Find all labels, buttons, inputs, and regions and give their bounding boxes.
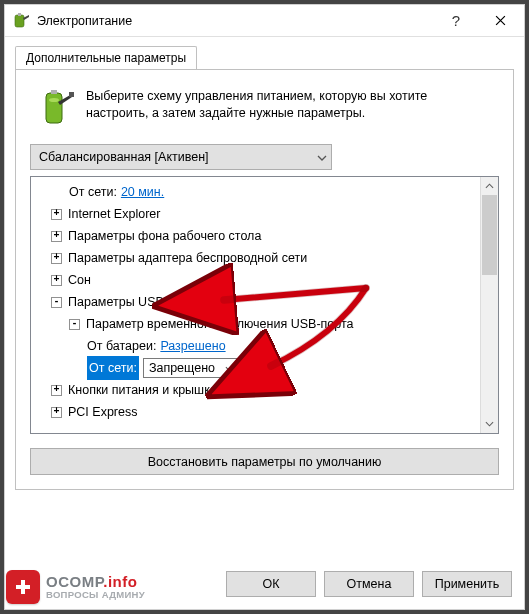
node-label: Параметры адаптера беспроводной сети: [68, 247, 307, 269]
button-label: ОК: [262, 577, 279, 591]
node-internet-explorer[interactable]: + Internet Explorer: [39, 203, 478, 225]
tab-label: Дополнительные параметры: [26, 51, 186, 65]
app-icon: [13, 12, 31, 30]
window-title: Электропитание: [37, 14, 434, 28]
scroll-up-button[interactable]: [481, 177, 498, 195]
settings-tree: От сети: 20 мин. + Internet Explorer + П…: [30, 176, 499, 434]
ok-button[interactable]: ОК: [226, 571, 316, 597]
titlebar: Электропитание ?: [5, 5, 524, 37]
wm-domain: .info: [103, 573, 137, 590]
node-usb-settings[interactable]: - Параметры USB: [39, 291, 478, 313]
tab-panel: Выберите схему управления питанием, кото…: [15, 69, 514, 490]
svg-rect-0: [15, 15, 24, 27]
expand-icon[interactable]: +: [51, 209, 62, 220]
power-options-dialog: Электропитание ? Дополнительные параметр…: [4, 4, 525, 610]
setting-label: От сети:: [69, 181, 117, 203]
button-label: Отмена: [347, 577, 392, 591]
restore-defaults-button[interactable]: Восстановить параметры по умолчанию: [30, 448, 499, 475]
vertical-scrollbar[interactable]: [480, 177, 498, 433]
restore-label: Восстановить параметры по умолчанию: [148, 455, 382, 469]
node-pci-express[interactable]: + PCI Express: [39, 401, 478, 423]
tab-advanced[interactable]: Дополнительные параметры: [15, 46, 197, 70]
power-plan-value: Сбалансированная [Активен]: [39, 150, 209, 164]
node-wifi-adapter[interactable]: + Параметры адаптера беспроводной сети: [39, 247, 478, 269]
svg-rect-2: [46, 93, 62, 123]
node-sleep[interactable]: + Сон: [39, 269, 478, 291]
expand-icon[interactable]: +: [51, 407, 62, 418]
expand-icon[interactable]: +: [51, 231, 62, 242]
node-label: Internet Explorer: [68, 203, 160, 225]
setting-label-selected: От сети:: [87, 356, 139, 380]
wm-tagline: ВОПРОСЫ АДМИНУ: [46, 590, 145, 600]
watermark-text: OCOMP.info ВОПРОСЫ АДМИНУ: [46, 574, 145, 600]
wm-brand: OCOMP: [46, 573, 103, 590]
node-label: Параметры фона рабочего стола: [68, 225, 261, 247]
setting-value-link[interactable]: Разрешено: [160, 335, 225, 357]
setting-value-link[interactable]: 20 мин.: [121, 181, 164, 203]
power-plan-select[interactable]: Сбалансированная [Активен]: [30, 144, 332, 170]
chevron-down-icon: [221, 357, 237, 379]
node-label: Параметр временного отключения USB-порта: [86, 313, 353, 335]
close-button[interactable]: [478, 6, 522, 36]
expand-icon[interactable]: +: [51, 275, 62, 286]
collapse-icon[interactable]: -: [69, 319, 80, 330]
client-area: Дополнительные параметры Выберите схему …: [5, 37, 524, 561]
apply-button[interactable]: Применить: [422, 571, 512, 597]
tree-viewport: От сети: 20 мин. + Internet Explorer + П…: [31, 177, 480, 433]
svg-rect-5: [69, 92, 74, 97]
scroll-thumb[interactable]: [482, 195, 497, 275]
node-label: Параметры USB: [68, 291, 164, 313]
svg-rect-1: [18, 13, 21, 16]
node-wallpaper[interactable]: + Параметры фона рабочего стола: [39, 225, 478, 247]
tab-strip: Дополнительные параметры: [15, 46, 514, 70]
svg-rect-3: [51, 90, 57, 94]
setting-usb-ac[interactable]: От сети: Запрещено: [39, 357, 478, 379]
scroll-down-button[interactable]: [481, 415, 498, 433]
help-button[interactable]: ?: [434, 6, 478, 36]
chevron-down-icon: [317, 150, 327, 164]
expand-icon[interactable]: +: [51, 385, 62, 396]
plus-icon: [6, 570, 40, 604]
svg-point-4: [49, 98, 59, 102]
node-label: Кнопки питания и крышка: [68, 379, 217, 401]
setting-label: От батареи:: [87, 335, 156, 357]
button-label: Применить: [435, 577, 500, 591]
setting-ac-timeout[interactable]: От сети: 20 мин.: [39, 181, 478, 203]
setting-usb-battery[interactable]: От батареи: Разрешено: [39, 335, 478, 357]
collapse-icon[interactable]: -: [51, 297, 62, 308]
watermark-logo: OCOMP.info ВОПРОСЫ АДМИНУ: [6, 566, 156, 608]
intro-text: Выберите схему управления питанием, кото…: [86, 88, 495, 122]
node-power-buttons-lid[interactable]: + Кнопки питания и крышка: [39, 379, 478, 401]
node-usb-selective-suspend[interactable]: - Параметр временного отключения USB-пор…: [39, 313, 478, 335]
cancel-button[interactable]: Отмена: [324, 571, 414, 597]
expand-icon[interactable]: +: [51, 253, 62, 264]
battery-icon: [34, 88, 78, 128]
node-label: PCI Express: [68, 401, 137, 423]
intro-row: Выберите схему управления питанием, кото…: [34, 88, 495, 128]
dropdown-value: Запрещено: [149, 357, 215, 379]
node-label: Сон: [68, 269, 91, 291]
setting-value-dropdown[interactable]: Запрещено: [143, 358, 240, 378]
